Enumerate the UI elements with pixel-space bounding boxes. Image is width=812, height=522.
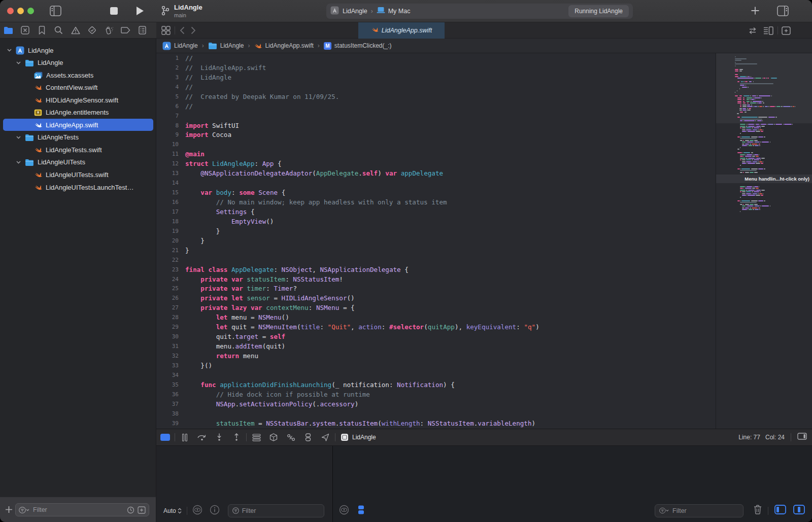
- file-tree-row-lidangle[interactable]: LidAngle: [0, 44, 156, 56]
- line-number: 37: [156, 401, 179, 407]
- pause-execution-button[interactable]: [176, 434, 193, 441]
- disclosure-chevron-icon[interactable]: [7, 49, 12, 52]
- minimap-toggle-icon[interactable]: [763, 26, 773, 37]
- related-items-icon[interactable]: [748, 27, 757, 37]
- run-destination-icon: [377, 7, 385, 16]
- disclosure-chevron-icon[interactable]: [16, 61, 21, 64]
- file-tree-row-lidangleuitestslaunchtest-[interactable]: LidAngleUITestsLaunchTest…: [0, 181, 156, 193]
- file-tree-row-lidangletests[interactable]: LidAngleTests: [0, 131, 156, 144]
- debug-process[interactable]: LidAngle: [341, 433, 376, 441]
- breakpoints-navigator-tab[interactable]: [117, 27, 134, 33]
- go-forward-icon[interactable]: [191, 26, 196, 37]
- step-over-button[interactable]: [193, 434, 211, 441]
- console-quicklook-icon[interactable]: [339, 505, 349, 517]
- code-line-37: 37 NSApp.setActivationPolicy(.accessory): [156, 399, 716, 409]
- close-button[interactable]: [7, 8, 14, 14]
- variables-info-icon[interactable]: [210, 505, 220, 517]
- run-button[interactable]: [136, 6, 144, 18]
- minimap[interactable]: Menu handlin...ht-click only): [716, 53, 812, 429]
- toggle-variables-view-icon[interactable]: [774, 505, 786, 516]
- project-navigator-tab[interactable]: [0, 26, 17, 34]
- go-back-icon[interactable]: [180, 26, 185, 37]
- breadcrumb-lidangle[interactable]: LidAngle: [208, 42, 244, 49]
- step-out-button[interactable]: [228, 433, 245, 441]
- swift-icon: [254, 43, 262, 49]
- navigator-filter-input[interactable]: Filter: [15, 503, 149, 516]
- line-number: 22: [156, 257, 179, 263]
- add-file-button[interactable]: [5, 506, 13, 515]
- add-editor-icon[interactable]: [782, 26, 791, 37]
- code-line-3: 3// LidAngle: [156, 73, 716, 82]
- file-tree-row-lidangle-entitlements[interactable]: LidAngle.entitlements: [0, 107, 156, 119]
- reports-navigator-tab[interactable]: [134, 26, 151, 34]
- file-tree-row-lidangle[interactable]: LidAngle: [0, 57, 156, 69]
- tests-navigator-tab[interactable]: [84, 26, 100, 34]
- code-line-21: 21}: [156, 246, 716, 255]
- console-view[interactable]: Filter: [332, 446, 812, 522]
- breadcrumb-lidangleapp-swift[interactable]: LidAngleApp.swift: [254, 42, 313, 49]
- code-line-1: 1//: [156, 53, 716, 63]
- debug-view-hierarchy-button[interactable]: [248, 434, 265, 441]
- breadcrumb-statusitemclicked-[interactable]: MstatusItemClicked(_:): [324, 42, 392, 50]
- file-tree-row-lidangleuitests[interactable]: LidAngleUITests: [0, 156, 156, 168]
- line-number: 5: [156, 93, 179, 100]
- environment-overrides-button[interactable]: [282, 434, 299, 441]
- add-toolbar-button[interactable]: [751, 6, 760, 17]
- code-line-4: 4//: [156, 82, 716, 92]
- line-number: 2: [156, 64, 179, 71]
- line-number: 6: [156, 103, 179, 110]
- entitlements-icon: [34, 109, 42, 116]
- step-into-button[interactable]: [211, 433, 228, 441]
- code-line-32: 32 return menu: [156, 351, 716, 361]
- editor-grid-icon[interactable]: [161, 26, 171, 37]
- toggle-left-sidebar-icon[interactable]: [50, 6, 61, 18]
- device-conditions-button[interactable]: [299, 433, 317, 441]
- minimap-viewport[interactable]: [716, 53, 812, 123]
- minimize-button[interactable]: [17, 8, 24, 14]
- changes-navigator-tab[interactable]: [17, 26, 33, 34]
- zoom-button[interactable]: [27, 8, 34, 14]
- code-line-24: 24 private var statusItem: NSStatusItem!: [156, 274, 716, 284]
- console-filter-input[interactable]: Filter: [655, 504, 743, 517]
- search-navigator-tab[interactable]: [50, 26, 67, 34]
- line-number: 35: [156, 381, 179, 388]
- debug-navigator-tab[interactable]: [100, 26, 117, 35]
- swift-icon: [34, 171, 42, 178]
- variables-view[interactable]: Auto Filter: [156, 446, 332, 522]
- issues-navigator-tab[interactable]: [67, 26, 84, 34]
- clear-console-icon[interactable]: [754, 505, 762, 516]
- file-tree-row-lidangleuitests-swift[interactable]: LidAngleUITests.swift: [0, 169, 156, 181]
- file-tree-row-lidangleapp-swift[interactable]: LidAngleApp.swift: [0, 119, 156, 131]
- disclosure-chevron-icon[interactable]: [16, 136, 21, 139]
- toggle-right-sidebar-icon[interactable]: [777, 6, 789, 18]
- jump-bar[interactable]: LidAngle›LidAngle›LidAngleApp.swift›Msta…: [156, 39, 812, 53]
- console-mode-icon[interactable]: [357, 505, 365, 517]
- file-tree-row-hidlidanglesensor-swift[interactable]: HIDLidAngleSensor.swift: [0, 94, 156, 106]
- file-tree-row-contentview-swift[interactable]: ContentView.swift: [0, 82, 156, 94]
- code-line-7: 7: [156, 111, 716, 121]
- disclosure-chevron-icon[interactable]: [16, 161, 21, 164]
- simulate-location-button[interactable]: [317, 433, 334, 441]
- debug-memory-graph-button[interactable]: [265, 433, 282, 441]
- tab-lidangleapp-swift[interactable]: LidAngleApp.swift: [358, 22, 445, 39]
- file-name: LidAngle: [38, 59, 63, 66]
- toggle-debug-area-button[interactable]: [156, 434, 174, 441]
- file-tree-row-assets-xcassets[interactable]: Assets.xcassets: [0, 69, 156, 81]
- file-name: LidAngleTests.swift: [46, 146, 102, 154]
- code-line-16: 16 // No main window; keep app headless …: [156, 197, 716, 207]
- breadcrumb-lidangle[interactable]: LidAngle: [162, 42, 198, 50]
- scheme-chevron: ›: [371, 8, 373, 15]
- file-tree-row-lidangletests-swift[interactable]: LidAngleTests.swift: [0, 144, 156, 156]
- full-screen-console-icon[interactable]: [797, 433, 807, 442]
- source-editor[interactable]: 1//2// LidAngleApp.swift3// LidAngle4//5…: [156, 53, 716, 429]
- stop-button[interactable]: [110, 7, 118, 17]
- variables-quicklook-icon[interactable]: [192, 505, 202, 517]
- scheme-selector[interactable]: LidAngle › My Mac Running LidAngle: [326, 4, 633, 19]
- file-name: ContentView.swift: [46, 84, 97, 91]
- variables-scope-selector[interactable]: Auto: [163, 507, 182, 514]
- code-line-30: 30 quit.target = self: [156, 332, 716, 341]
- code-line-34: 34: [156, 370, 716, 380]
- bookmarks-navigator-tab[interactable]: [33, 26, 50, 34]
- toggle-console-view-icon[interactable]: [793, 505, 805, 516]
- variables-filter-input[interactable]: Filter: [228, 504, 324, 517]
